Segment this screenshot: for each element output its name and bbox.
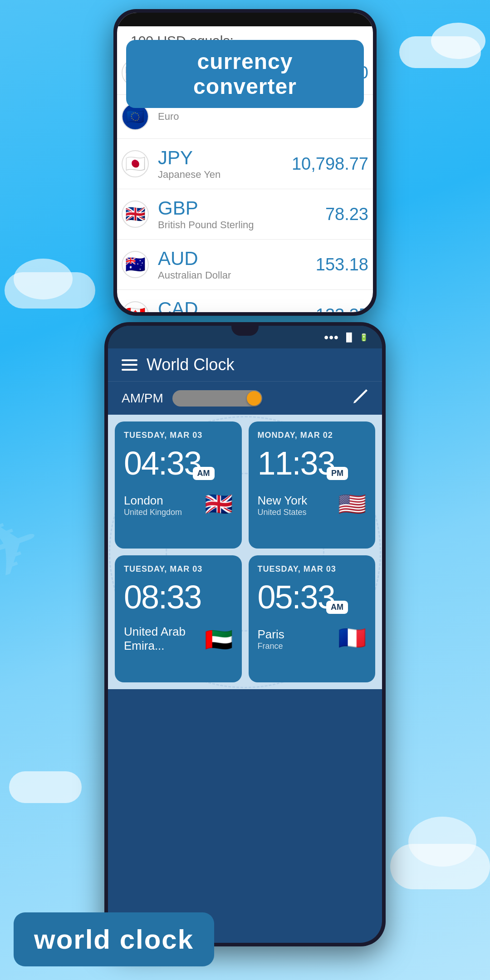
clock-date-newyork: MONDAY, MAR 02 bbox=[258, 431, 367, 440]
status-icons: ●●● ▐▌ 🔋 bbox=[324, 333, 368, 342]
world-clock-title: World Clock bbox=[147, 355, 368, 374]
clock-bottom-paris: Paris France 🇫🇷 bbox=[258, 625, 367, 651]
world-clock-label-badge: world clock bbox=[14, 912, 214, 966]
currency-code-aud: AUD bbox=[158, 248, 316, 270]
hamburger-line-3 bbox=[122, 369, 137, 371]
clock-city-uae: United Arab Emira... bbox=[124, 625, 205, 653]
clock-time-newyork: 11:33 bbox=[258, 445, 367, 482]
currency-code-jpy: JPY bbox=[158, 147, 292, 169]
currency-value-cad: 133.35 bbox=[316, 305, 368, 313]
currency-value-aud: 153.18 bbox=[316, 255, 368, 274]
clock-city-paris: Paris bbox=[258, 627, 284, 642]
clock-card-newyork: MONDAY, MAR 02 11:33 PM New York United … bbox=[249, 421, 376, 549]
currency-info-eur: Euro bbox=[158, 111, 368, 122]
clock-country-paris: France bbox=[258, 642, 284, 651]
airplane-decor: ✈ bbox=[0, 490, 55, 603]
currency-name-jpy: Japanese Yen bbox=[158, 169, 292, 181]
clock-location-newyork: New York United States bbox=[258, 494, 308, 517]
phone-status-bar: ●●● ▐▌ 🔋 bbox=[108, 326, 382, 348]
hamburger-line-2 bbox=[122, 364, 137, 366]
cloud-4 bbox=[14, 259, 73, 299]
clock-ampm-newyork: PM bbox=[327, 467, 348, 480]
clock-time-paris: 05:33 bbox=[258, 578, 367, 616]
flag-cad: 🇨🇦 bbox=[122, 301, 149, 312]
clock-card-paris: TUESDAY, MAR 03 05:33 AM Paris France 🇫🇷 bbox=[249, 555, 376, 682]
cloud-6 bbox=[408, 817, 476, 867]
currency-name-aud: Australian Dollar bbox=[158, 270, 316, 281]
pencil-icon bbox=[353, 388, 368, 404]
world-clock-toolbar: AM/PM bbox=[108, 381, 382, 415]
ampm-label: AM/PM bbox=[122, 391, 163, 406]
clock-country-london: United Kingdom bbox=[124, 508, 182, 517]
clock-bottom-london: London United Kingdom 🇬🇧 bbox=[124, 491, 233, 517]
clock-ampm-paris: AM bbox=[326, 601, 348, 614]
clock-grid: TUESDAY, MAR 03 04:33 AM London United K… bbox=[108, 415, 382, 689]
currency-info-aud: AUD Australian Dollar bbox=[158, 248, 316, 281]
clock-location-london: London United Kingdom bbox=[124, 494, 182, 517]
clock-bottom-newyork: New York United States 🇺🇸 bbox=[258, 491, 367, 517]
hamburger-line-1 bbox=[122, 359, 137, 361]
flag-aud: 🇦🇺 bbox=[122, 251, 149, 278]
clock-city-london: London bbox=[124, 494, 182, 508]
currency-info-gbp: GBP British Pound Sterling bbox=[158, 197, 325, 231]
clock-date-uae: TUESDAY, MAR 03 bbox=[124, 564, 233, 574]
currency-name-gbp: British Pound Sterling bbox=[158, 219, 325, 231]
toggle-knob bbox=[247, 391, 261, 406]
clock-time-london: 04:33 bbox=[124, 445, 233, 482]
phone-notch bbox=[231, 326, 259, 336]
clock-location-uae: United Arab Emira... bbox=[124, 625, 205, 653]
clock-time-uae: 08:33 bbox=[124, 578, 233, 616]
clock-card-london: TUESDAY, MAR 03 04:33 AM London United K… bbox=[115, 421, 242, 549]
clock-ampm-london: AM bbox=[193, 467, 215, 480]
menu-button[interactable] bbox=[122, 359, 137, 371]
currency-value-gbp: 78.23 bbox=[325, 205, 368, 224]
currency-row-jpy: 🇯🇵 JPY Japanese Yen 10,798.77 bbox=[117, 139, 373, 189]
currency-banner-text: currency converter bbox=[193, 49, 297, 98]
clock-date-london: TUESDAY, MAR 03 bbox=[124, 431, 233, 440]
clock-date-paris: TUESDAY, MAR 03 bbox=[258, 564, 367, 574]
world-clock-label-text: world clock bbox=[34, 924, 194, 955]
ampm-toggle[interactable] bbox=[172, 390, 263, 407]
flag-uae: 🇦🇪 bbox=[205, 627, 233, 653]
currency-name-eur: Euro bbox=[158, 111, 368, 122]
clock-card-uae: TUESDAY, MAR 03 08:33 United Arab Emira.… bbox=[115, 555, 242, 682]
flag-newyork: 🇺🇸 bbox=[338, 491, 366, 517]
clock-city-newyork: New York bbox=[258, 494, 308, 508]
currency-row-aud: 🇦🇺 AUD Australian Dollar 153.18 bbox=[117, 240, 373, 290]
currency-value-jpy: 10,798.77 bbox=[292, 154, 368, 174]
cloud-2 bbox=[431, 23, 485, 59]
currency-row-gbp: 🇬🇧 GBP British Pound Sterling 78.23 bbox=[117, 189, 373, 240]
currency-code-cad: CAD bbox=[158, 298, 316, 312]
currency-info-jpy: JPY Japanese Yen bbox=[158, 147, 292, 181]
currency-converter-phone: 100 USD equals: 🇺🇸 USD 100 🇪🇺 Euro 🇯🇵 JP… bbox=[113, 9, 377, 316]
flag-gbp: 🇬🇧 bbox=[122, 201, 149, 228]
currency-converter-banner: currency converter bbox=[126, 40, 364, 108]
clock-bottom-uae: United Arab Emira... 🇦🇪 bbox=[124, 625, 233, 653]
world-clock-phone: ●●● ▐▌ 🔋 World Clock AM/PM bbox=[104, 322, 386, 946]
currency-row-cad: 🇨🇦 CAD Canadian Dollar 133.35 bbox=[117, 290, 373, 312]
world-clock-header: World Clock bbox=[108, 348, 382, 381]
clock-country-newyork: United States bbox=[258, 508, 308, 517]
edit-button[interactable] bbox=[353, 388, 368, 408]
cloud-7 bbox=[9, 771, 82, 803]
flag-paris: 🇫🇷 bbox=[338, 625, 366, 651]
flag-jpy: 🇯🇵 bbox=[122, 150, 149, 177]
currency-code-gbp: GBP bbox=[158, 197, 325, 219]
currency-info-cad: CAD Canadian Dollar bbox=[158, 298, 316, 312]
flag-london: 🇬🇧 bbox=[205, 491, 233, 517]
clock-location-paris: Paris France bbox=[258, 627, 284, 651]
